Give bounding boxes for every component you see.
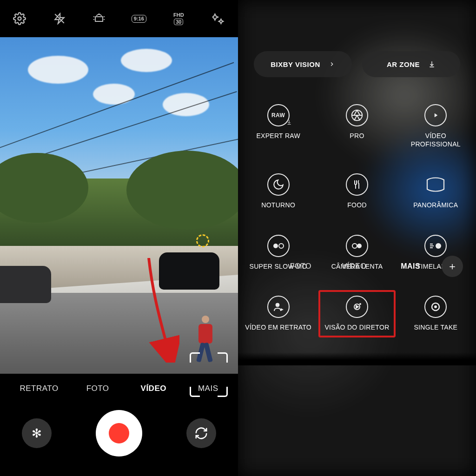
switch-camera-button[interactable] bbox=[186, 418, 216, 448]
chevron-right-icon bbox=[329, 61, 335, 67]
svg-marker-17 bbox=[356, 305, 358, 308]
svg-point-20 bbox=[434, 305, 437, 308]
pro-label: PRO bbox=[350, 132, 364, 140]
aspect-ratio-value: 9:16 bbox=[132, 15, 146, 23]
mode-video-right[interactable]: VÍDEO bbox=[337, 258, 372, 274]
director-view-button[interactable]: VISÃO DO DIRETOR bbox=[319, 291, 394, 337]
svg-point-14 bbox=[276, 303, 279, 307]
gallery-button[interactable]: ✻ bbox=[22, 418, 52, 448]
svg-point-13 bbox=[436, 243, 441, 249]
settings-icon[interactable] bbox=[11, 10, 28, 27]
raw-icon: RAW bbox=[267, 104, 290, 126]
aspect-ratio-badge[interactable]: 9:16 bbox=[131, 10, 147, 27]
director-icon bbox=[346, 296, 368, 318]
ar-zone-chip[interactable]: AR ZONE bbox=[362, 51, 460, 77]
resolution-label: FHD bbox=[173, 12, 184, 18]
top-chips: BIXBY VISION AR ZONE bbox=[238, 0, 476, 77]
svg-point-18 bbox=[359, 303, 361, 305]
motion-photo-icon[interactable] bbox=[91, 10, 107, 27]
svg-point-7 bbox=[279, 244, 284, 248]
svg-marker-15 bbox=[281, 308, 284, 311]
food-label: FOOD bbox=[347, 201, 367, 210]
svg-point-8 bbox=[352, 244, 357, 248]
food-button[interactable]: FOOD bbox=[319, 169, 394, 214]
svg-marker-5 bbox=[435, 113, 437, 117]
effects-icon[interactable] bbox=[210, 10, 227, 27]
portrait-video-icon bbox=[267, 296, 290, 318]
mode-grid: RAW EXPERT RAW PRO VÍDEO PROFISSIONAL NO… bbox=[238, 77, 476, 337]
expert-raw-button[interactable]: RAW EXPERT RAW bbox=[241, 99, 316, 153]
top-toolbar: 9:16 FHD 30 bbox=[0, 0, 238, 37]
viewfinder[interactable] bbox=[0, 37, 238, 374]
svg-point-6 bbox=[273, 244, 278, 248]
pro-button[interactable]: PRO bbox=[319, 99, 394, 153]
mode-mais[interactable]: MAIS bbox=[192, 380, 224, 397]
mode-mais-right[interactable]: MAIS bbox=[391, 258, 430, 274]
svg-point-0 bbox=[18, 17, 21, 20]
download-icon bbox=[428, 60, 436, 68]
mode-strip-left[interactable]: RETRATO FOTO VÍDEO MAIS bbox=[0, 380, 238, 397]
single-take-icon bbox=[424, 296, 447, 318]
noturno-label: NOTURNO bbox=[261, 201, 295, 210]
camera-panel-left: 9:16 FHD 30 RETRATO bbox=[0, 0, 238, 476]
pro-video-icon bbox=[424, 104, 447, 126]
shutter-row: ✻ bbox=[0, 405, 238, 461]
mode-strip-right[interactable]: FOTO VÍDEO MAIS ＋ bbox=[238, 258, 476, 274]
super-slowmo-icon bbox=[267, 235, 290, 257]
pro-video-label: VÍDEO PROFISSIONAL bbox=[400, 132, 471, 148]
expert-raw-label: EXPERT RAW bbox=[256, 132, 300, 140]
slowmo-icon bbox=[346, 235, 368, 257]
single-take-label: SINGLE TAKE bbox=[414, 324, 457, 332]
panorama-icon bbox=[424, 173, 447, 196]
face-detect-marker bbox=[196, 234, 209, 247]
pro-video-button[interactable]: VÍDEO PROFISSIONAL bbox=[398, 99, 473, 153]
flash-off-icon[interactable] bbox=[51, 10, 68, 27]
add-mode-button[interactable]: ＋ bbox=[442, 256, 463, 277]
single-take-button[interactable]: SINGLE TAKE bbox=[398, 291, 473, 337]
mode-foto-right[interactable]: FOTO bbox=[284, 258, 317, 274]
camera-panel-right: BIXBY VISION AR ZONE RAW EXPERT RAW PRO … bbox=[238, 0, 476, 476]
aperture-icon bbox=[346, 104, 368, 126]
noturno-button[interactable]: NOTURNO bbox=[241, 169, 316, 214]
bixby-vision-chip[interactable]: BIXBY VISION bbox=[254, 51, 352, 77]
portrait-video-button[interactable]: VÍDEO EM RETRATO bbox=[241, 291, 316, 337]
resolution-badge[interactable]: FHD 30 bbox=[170, 10, 187, 27]
panorama-label: PANORÂMICA bbox=[413, 201, 458, 210]
record-button[interactable] bbox=[96, 410, 142, 456]
mode-video[interactable]: VÍDEO bbox=[132, 380, 176, 397]
portrait-video-label: VÍDEO EM RETRATO bbox=[245, 324, 311, 332]
ar-zone-label: AR ZONE bbox=[387, 60, 420, 68]
mode-retrato[interactable]: RETRATO bbox=[14, 380, 64, 397]
mode-foto[interactable]: FOTO bbox=[81, 380, 115, 397]
timelapse-icon bbox=[424, 235, 447, 257]
director-view-label: VISÃO DO DIRETOR bbox=[324, 324, 389, 332]
food-icon bbox=[346, 173, 368, 196]
panorama-button[interactable]: PANORÂMICA bbox=[398, 169, 473, 214]
moon-icon bbox=[267, 173, 290, 196]
bixby-vision-label: BIXBY VISION bbox=[271, 60, 320, 68]
resolution-fps: 30 bbox=[174, 19, 183, 25]
svg-point-9 bbox=[357, 244, 362, 248]
